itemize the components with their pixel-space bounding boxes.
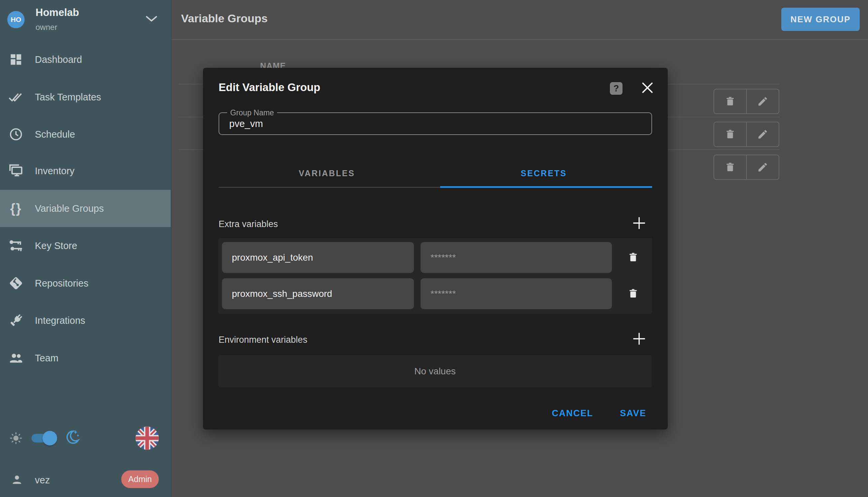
people-icon [8, 351, 24, 366]
plus-icon [632, 332, 646, 346]
cancel-button[interactable]: CANCEL [548, 406, 597, 420]
curly-braces-icon: {} [8, 201, 24, 216]
sun-icon [9, 431, 23, 445]
workspace-role: owner [35, 23, 57, 32]
add-extra-variable-button[interactable] [632, 216, 646, 230]
trash-icon [724, 129, 736, 140]
tab-underline-active [440, 186, 652, 188]
add-environment-variable-button[interactable] [632, 332, 646, 346]
delete-secret-button[interactable] [628, 252, 639, 263]
group-name-input[interactable] [219, 113, 651, 134]
plug-icon [8, 313, 24, 328]
sidebar-item-dashboard[interactable]: Dashboard [0, 41, 171, 78]
dialog-title: Edit Variable Group [219, 81, 320, 94]
git-icon [8, 275, 24, 291]
pencil-icon [757, 96, 768, 107]
sidebar-item-inventory[interactable]: Inventory [0, 152, 171, 189]
language-flag-uk[interactable] [135, 427, 159, 450]
app-root: HO Homelab owner Dashboard Task Template… [0, 0, 868, 497]
admin-badge: Admin [121, 470, 159, 488]
delete-group-button[interactable] [714, 155, 746, 179]
trash-icon [628, 288, 639, 299]
delete-group-button[interactable] [714, 89, 746, 113]
workspace-name[interactable]: Homelab [35, 6, 79, 19]
delete-group-button[interactable] [714, 122, 746, 146]
pencil-icon [757, 161, 768, 173]
new-group-button[interactable]: NEW GROUP [781, 8, 860, 31]
sidebar-item-key-store[interactable]: Key Store [0, 227, 171, 264]
chevron-down-icon[interactable] [146, 15, 158, 23]
trash-icon [724, 96, 736, 107]
close-icon[interactable] [642, 83, 653, 93]
sidebar-item-schedule[interactable]: Schedule [0, 116, 171, 153]
sidebar-item-variable-groups[interactable]: {} Variable Groups [0, 190, 171, 227]
table-row-actions [713, 155, 779, 180]
sidebar-item-team[interactable]: Team [0, 339, 171, 377]
secret-name-input[interactable] [222, 242, 414, 273]
sidebar-item-repositories[interactable]: Repositories [0, 265, 171, 302]
dashboard-icon [8, 52, 24, 67]
environment-variables-empty: No values [218, 355, 652, 387]
theme-toggle-knob[interactable] [43, 431, 57, 445]
delete-secret-button[interactable] [628, 288, 639, 299]
extra-variables-panel [218, 238, 652, 314]
edit-group-button[interactable] [746, 89, 779, 113]
extra-variables-label: Extra variables [219, 219, 278, 229]
tab-variables[interactable]: VARIABLES [219, 159, 435, 187]
header-divider [172, 39, 868, 40]
clock-icon [8, 127, 24, 142]
environment-variables-label: Environment variables [219, 335, 307, 345]
sidebar-item-integrations[interactable]: Integrations [0, 302, 171, 339]
moon-icon [65, 429, 80, 445]
plus-icon [632, 216, 646, 230]
user-name: vez [35, 475, 50, 486]
secret-name-input[interactable] [222, 278, 414, 309]
table-row-actions [713, 122, 779, 147]
workspace-avatar[interactable]: HO [7, 11, 25, 28]
double-check-icon [8, 89, 24, 105]
group-name-field: Group Name [219, 112, 652, 135]
sidebar: HO Homelab owner Dashboard Task Template… [0, 0, 172, 497]
monitor-icon [8, 163, 24, 179]
trash-icon [628, 252, 639, 263]
user-icon [11, 474, 23, 486]
table-row-actions [713, 89, 779, 114]
edit-group-button[interactable] [746, 122, 779, 146]
tab-underline-inactive [219, 187, 440, 188]
edit-group-button[interactable] [746, 155, 779, 179]
secret-value-input[interactable] [421, 278, 612, 309]
tab-secrets[interactable]: SECRETS [436, 159, 652, 187]
page-title: Variable Groups [181, 12, 268, 25]
keys-icon [8, 238, 24, 253]
save-button[interactable]: SAVE [615, 406, 651, 420]
edit-variable-group-dialog: Edit Variable Group ? Group Name VARIABL… [203, 68, 668, 429]
help-icon[interactable]: ? [610, 82, 622, 95]
trash-icon [724, 161, 736, 173]
secret-value-input[interactable] [421, 242, 612, 273]
sidebar-item-task-templates[interactable]: Task Templates [0, 79, 171, 116]
pencil-icon [757, 129, 768, 140]
